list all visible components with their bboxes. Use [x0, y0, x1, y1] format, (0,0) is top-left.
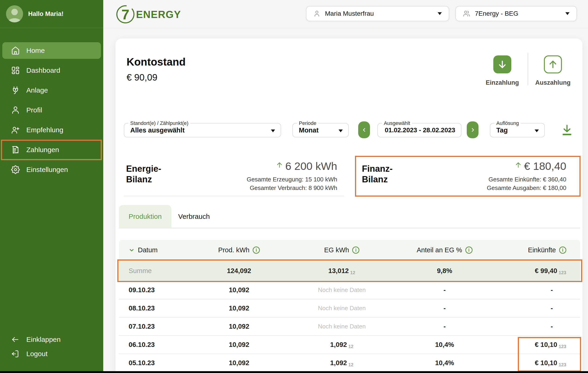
collapse-button[interactable]: Einklappen — [2, 332, 101, 347]
deposit-button[interactable] — [493, 55, 511, 73]
sidebar-item-label: Dashboard — [26, 66, 60, 74]
screen-bottom-edge — [0, 371, 588, 373]
tab-produktion[interactable]: Produktion — [119, 205, 171, 228]
production-table: Datum Prod. kWh EG kWh Anteil an EG % Ei… — [119, 240, 580, 372]
chevron-down-icon — [271, 129, 275, 132]
account-balance: € 90,09 — [126, 72, 157, 83]
summary-label: Summe — [119, 267, 185, 275]
row-share: 10,4% — [390, 359, 499, 367]
sidebar-item-einstellungen[interactable]: Einstellungen — [2, 161, 101, 178]
sidebar-item-dashboard[interactable]: Dashboard — [2, 62, 101, 79]
chevron-down-icon — [339, 129, 343, 132]
withdraw-button[interactable] — [544, 55, 562, 73]
table-row: 08.10.23 10,092 Noch keine Daten - - — [119, 299, 580, 318]
info-icon[interactable] — [559, 247, 566, 254]
sidebar-item-label: Home — [26, 47, 45, 54]
sidebar-item-label: Profil — [26, 106, 42, 114]
receipt-icon — [11, 145, 20, 154]
tab-verbrauch[interactable]: Verbrauch — [174, 205, 214, 228]
trend-up-icon — [276, 162, 283, 168]
collapse-label: Einklappen — [26, 336, 61, 343]
period-select[interactable]: Periode Monat — [292, 123, 349, 137]
greeting-text: Hallo Maria! — [28, 10, 63, 18]
download-button[interactable] — [561, 124, 573, 136]
chevron-down-icon — [565, 12, 569, 15]
row-date: 08.10.23 — [119, 304, 185, 312]
table-row: 09.10.23 10,092 Noch keine Daten - - — [119, 281, 580, 299]
resolution-select-label: Auflösung — [494, 120, 521, 126]
tab-verbrauch-label: Verbrauch — [178, 213, 210, 220]
user-dropdown-value: Maria Musterfrau — [325, 10, 374, 17]
summary-income: € 99,40123 — [499, 267, 580, 275]
row-share: - — [390, 286, 499, 294]
user-dropdown[interactable]: Maria Musterfrau — [306, 6, 449, 21]
person-plus-icon — [11, 125, 20, 134]
main-card: Kontostand € 90,09 Einzahlung Auszahlung… — [116, 39, 582, 373]
date-range-field[interactable]: Ausgewählt 01.02.2023 - 28.02.2023 — [377, 123, 462, 137]
users-icon — [463, 10, 470, 17]
sidebar-item-label: Anlage — [26, 86, 48, 94]
sidebar-item-label: Zahlungen — [26, 146, 59, 154]
header-datum[interactable]: Datum — [119, 246, 185, 254]
row-eg: 1,09212 — [293, 359, 390, 367]
row-income: - — [499, 304, 580, 312]
logo-number: 7 — [121, 6, 129, 22]
person-icon — [11, 106, 20, 114]
energy-balance-title: Energie- Bilanz — [126, 163, 161, 185]
row-prod: 10,092 — [185, 359, 293, 367]
header-prod-kwh: Prod. kWh — [185, 246, 293, 254]
table-header-row: Datum Prod. kWh EG kWh Anteil an EG % Ei… — [119, 240, 580, 260]
logo-text: ENERGY — [136, 9, 181, 20]
header-anteil: Anteil an EG % — [390, 246, 499, 254]
next-period-button[interactable] — [467, 121, 479, 138]
sidebar-item-label: Einstellungen — [26, 166, 68, 174]
finance-balance-section: Finanz- Bilanz € 180,40 Gesamte Einkünft… — [360, 159, 580, 196]
avatar — [6, 5, 23, 22]
sidebar-item-home[interactable]: Home — [2, 42, 101, 59]
plug-icon — [11, 86, 20, 95]
row-prod: 10,092 — [185, 323, 293, 330]
row-prod: 10,092 — [185, 286, 293, 294]
info-icon[interactable] — [253, 247, 260, 254]
arrow-left-icon — [11, 335, 19, 344]
summary-row: Summe 124,092 13,01212 9,8% € 99,40123 — [119, 260, 580, 281]
row-eg: Noch keine Daten — [293, 323, 390, 330]
user-icon — [313, 10, 320, 17]
sidebar: Hallo Maria! Home Dashboard Anlage Profi… — [0, 0, 103, 373]
row-date: 05.10.23 — [119, 359, 185, 367]
row-eg: Noch keine Daten — [293, 305, 390, 312]
location-select[interactable]: Standort(e) / Zählpunkt(e) Alles ausgewä… — [124, 123, 281, 137]
row-prod: 10,092 — [185, 304, 293, 312]
organization-dropdown[interactable]: 7Energy - BEG — [455, 6, 577, 21]
chevron-right-icon — [470, 127, 475, 133]
info-icon[interactable] — [352, 247, 359, 254]
sidebar-item-profil[interactable]: Profil — [2, 102, 101, 118]
logout-button[interactable]: Logout — [2, 347, 101, 361]
header-einkuenfte: Einkünfte — [499, 246, 580, 254]
finance-balance-value: € 180,40 — [487, 160, 566, 172]
previous-period-button[interactable] — [358, 121, 370, 138]
sidebar-item-anlage[interactable]: Anlage — [2, 82, 101, 99]
summary-share: 9,8% — [390, 267, 499, 275]
table-row: 07.10.23 10,092 Noch keine Daten - - — [119, 318, 580, 336]
chevron-down-icon — [438, 12, 442, 15]
dashboard-icon — [11, 66, 20, 75]
row-income: - — [499, 323, 580, 330]
header-eg-kwh: EG kWh — [293, 246, 390, 254]
row-date: 09.10.23 — [119, 286, 185, 294]
sidebar-footer: Einklappen Logout — [2, 332, 101, 361]
sidebar-item-empfehlung[interactable]: Empfehlung — [2, 122, 101, 138]
info-icon[interactable] — [465, 247, 472, 254]
page-title: Kontostand — [126, 56, 186, 68]
energy-balance-stats: 6 200 kWh Gesamte Erzeugung: 15 100 kWh … — [247, 160, 337, 192]
row-share: - — [390, 323, 499, 330]
finance-balance-stats: € 180,40 Gesamte Einkünfte: € 360,40 Ges… — [487, 160, 566, 192]
resolution-select[interactable]: Auflösung Tag — [490, 123, 545, 137]
action-divider — [528, 53, 528, 85]
deposit-label: Einzahlung — [486, 79, 519, 86]
row-share: 10,4% — [390, 341, 499, 349]
row-eg: Noch keine Daten — [293, 286, 390, 294]
sidebar-item-zahlungen[interactable]: Zahlungen — [2, 142, 101, 158]
table-row: 05.10.23 10,092 1,09212 10,4% € 10,10123 — [119, 354, 580, 372]
row-date: 07.10.23 — [119, 323, 185, 330]
